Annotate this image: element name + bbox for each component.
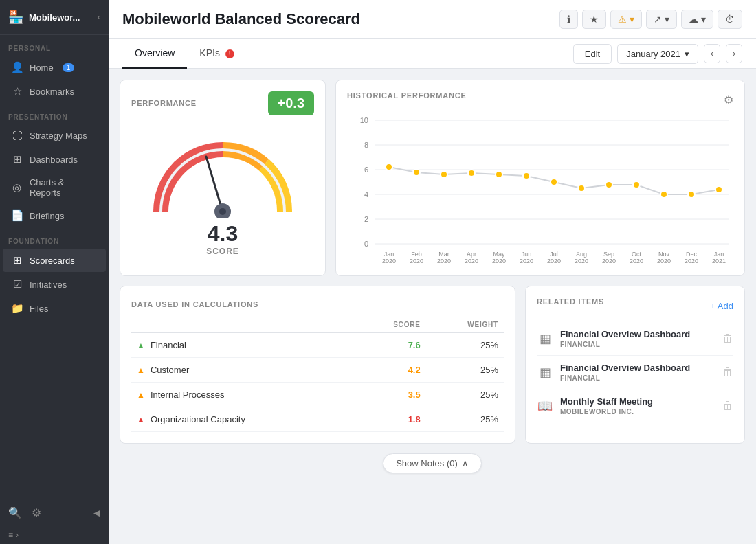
sidebar-section-label: PERSONAL xyxy=(0,35,109,55)
row-name-0: Financial xyxy=(151,340,186,350)
row-name-1: Customer xyxy=(151,365,189,375)
svg-text:Jan: Jan xyxy=(384,251,394,258)
svg-text:2020: 2020 xyxy=(410,258,423,264)
sidebar-icon-home: 👤 xyxy=(11,61,23,73)
alert-button[interactable]: ⚠ ▾ xyxy=(610,10,642,29)
svg-point-22 xyxy=(578,185,585,192)
cloud-button[interactable]: ☁ ▾ xyxy=(681,10,713,29)
sidebar-label-strategy-maps: Strategy Maps xyxy=(30,131,87,141)
related-item-sub-0: FINANCIAL xyxy=(560,341,715,348)
export-button[interactable]: ↗ ▾ xyxy=(646,10,677,29)
tab-kpis[interactable]: KPIs ! xyxy=(187,39,246,69)
date-selector[interactable]: January 2021 ▾ xyxy=(617,44,698,64)
sidebar-item-initiatives[interactable]: ☑ Initiatives xyxy=(3,273,106,296)
tab-overview[interactable]: Overview xyxy=(122,39,187,69)
history-button[interactable]: ⏱ xyxy=(718,10,742,29)
table-row: ▲ Customer 4.2 25% xyxy=(131,358,504,383)
show-notes-button[interactable]: Show Notes (0) ∧ xyxy=(383,453,482,473)
svg-point-24 xyxy=(633,181,640,188)
delete-related-2[interactable]: 🗑 xyxy=(722,400,733,412)
svg-point-21 xyxy=(551,179,557,185)
add-related-button[interactable]: + Add xyxy=(710,301,733,311)
sidebar-footer: 🔍 ⚙ ◀ xyxy=(0,499,109,526)
chevron-down-icon: ▾ xyxy=(685,49,689,59)
sidebar-item-home[interactable]: 👤 Home 1 xyxy=(3,56,106,79)
svg-text:2020: 2020 xyxy=(547,258,561,264)
related-item-sub-2: MOBILEWORLD INC. xyxy=(560,408,715,416)
sidebar-notes-btn[interactable]: ≡ › xyxy=(0,526,109,544)
svg-text:Nov: Nov xyxy=(658,251,670,258)
sidebar-item-scorecards[interactable]: ⊞ Scorecards xyxy=(3,249,106,272)
table-row: ▲ Financial 7.6 25% xyxy=(131,333,504,358)
sidebar-item-files[interactable]: 📁 Files xyxy=(3,297,106,320)
settings-icon[interactable]: ⚙ xyxy=(724,93,733,106)
sidebar-icon-strategy-maps: ⛶ xyxy=(11,130,23,141)
svg-text:0: 0 xyxy=(364,240,368,248)
search-icon[interactable]: 🔍 xyxy=(8,506,22,519)
delete-related-1[interactable]: 🗑 xyxy=(722,366,733,378)
svg-text:2020: 2020 xyxy=(575,258,588,264)
sidebar-badge-home: 1 xyxy=(63,63,75,72)
data-table-card: DATA USED IN CALCULATIONS SCORE WEIGHT ▲… xyxy=(120,286,515,444)
svg-point-19 xyxy=(496,171,502,178)
settings-icon[interactable]: ⚙ xyxy=(32,506,41,519)
delete-related-0[interactable]: 🗑 xyxy=(722,332,733,345)
svg-point-20 xyxy=(523,172,530,179)
related-item-icon-0: ▦ xyxy=(537,331,553,346)
col-name-header xyxy=(131,317,355,333)
svg-point-23 xyxy=(605,181,612,188)
score-label: SCORE xyxy=(206,247,239,256)
bottom-row: DATA USED IN CALCULATIONS SCORE WEIGHT ▲… xyxy=(120,286,745,444)
svg-text:Feb: Feb xyxy=(411,251,422,258)
sidebar-section-label: PRESENTATION xyxy=(0,104,109,124)
svg-point-25 xyxy=(660,191,667,198)
show-notes-label: Show Notes (0) xyxy=(396,458,458,468)
related-item-sub-1: FINANCIAL xyxy=(560,374,715,382)
row-name-2: Internal Processes xyxy=(151,389,225,400)
score-value: 4.3 xyxy=(208,221,238,247)
related-item-icon-2: 📖 xyxy=(537,398,553,413)
related-item-info-0: Financial Overview Dashboard FINANCIAL xyxy=(560,329,715,348)
expand-icon[interactable]: ◀ xyxy=(93,508,100,518)
sidebar-icon-briefings: 📄 xyxy=(11,209,23,222)
edit-button[interactable]: Edit xyxy=(573,44,612,64)
row-score-1: 4.2 xyxy=(355,358,426,383)
sidebar-icon-files: 📁 xyxy=(11,302,23,315)
row-label-1: ▲ Customer xyxy=(131,358,355,383)
sidebar-label-bookmarks: Bookmarks xyxy=(30,87,74,97)
svg-text:Jun: Jun xyxy=(522,251,532,258)
sidebar-item-strategy-maps[interactable]: ⛶ Strategy Maps xyxy=(3,124,106,147)
prev-date-button[interactable]: ‹ xyxy=(704,44,720,63)
notes-icon: ≡ xyxy=(8,530,13,540)
performance-badge: +0.3 xyxy=(268,91,314,115)
next-date-button[interactable]: › xyxy=(726,44,742,63)
date-label: January 2021 xyxy=(626,49,680,59)
svg-text:Mar: Mar xyxy=(438,251,449,258)
svg-text:2020: 2020 xyxy=(685,258,698,264)
svg-point-17 xyxy=(441,171,447,178)
sidebar-collapse-btn[interactable]: ‹ xyxy=(98,12,100,22)
tab-overview-label: Overview xyxy=(135,47,175,58)
sidebar-label-briefings: Briefings xyxy=(30,211,65,221)
col-score-header: SCORE xyxy=(355,317,426,333)
svg-text:2020: 2020 xyxy=(492,258,506,264)
sidebar-item-dashboards[interactable]: ⊞ Dashboards xyxy=(3,148,106,171)
header: Mobileworld Balanced Scorecard ℹ ★ ⚠ ▾ ↗… xyxy=(109,0,756,39)
logo-text: Mobilewor... xyxy=(29,12,80,23)
sidebar-label-initiatives: Initiatives xyxy=(30,280,67,290)
info-button[interactable]: ℹ xyxy=(559,10,578,29)
svg-text:2020: 2020 xyxy=(630,258,643,264)
svg-text:10: 10 xyxy=(360,116,368,124)
sidebar-item-charts-reports[interactable]: ◎ Charts & Reports xyxy=(3,172,106,203)
row-label-3: ▲ Organizational Capacity xyxy=(131,407,355,432)
sidebar-item-briefings[interactable]: 📄 Briefings xyxy=(3,204,106,227)
star-button[interactable]: ★ xyxy=(582,10,606,29)
data-table-title: DATA USED IN CALCULATIONS xyxy=(131,300,258,308)
svg-point-26 xyxy=(688,191,695,198)
row-score-3: 1.8 xyxy=(355,407,426,432)
related-title: RELATED ITEMS xyxy=(537,297,604,306)
sidebar-label-charts-reports: Charts & Reports xyxy=(30,177,98,198)
notes-label: › xyxy=(16,530,19,540)
sidebar-item-bookmarks[interactable]: ☆ Bookmarks xyxy=(3,80,106,103)
related-item-name-0: Financial Overview Dashboard xyxy=(560,329,715,339)
